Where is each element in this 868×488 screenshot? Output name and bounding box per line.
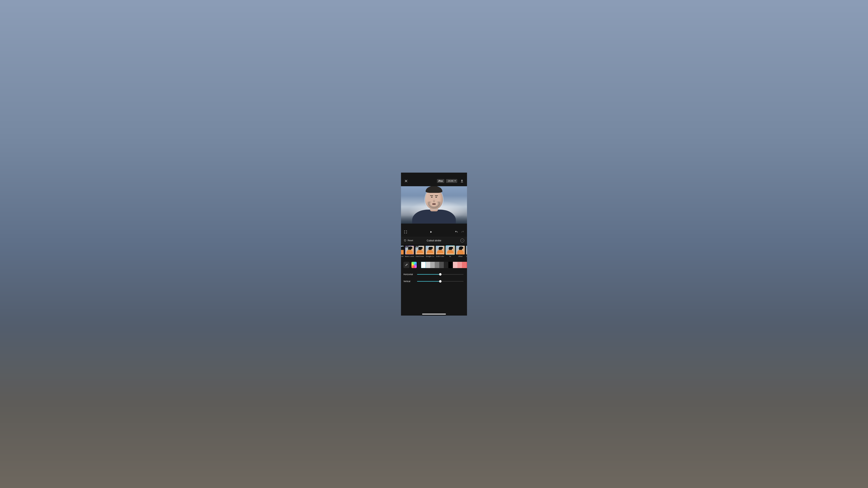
pro-badge[interactable]: Pro bbox=[437, 179, 444, 183]
close-button[interactable] bbox=[404, 179, 408, 183]
color-swatch[interactable] bbox=[453, 262, 457, 268]
preset-solid-color[interactable]: Solid Color bbox=[436, 246, 444, 257]
redo-button bbox=[461, 230, 464, 234]
slider-knob[interactable] bbox=[439, 273, 441, 275]
preview-subject bbox=[411, 190, 457, 224]
home-indicator[interactable] bbox=[422, 314, 446, 315]
panel-title: Cutout stroke bbox=[427, 239, 441, 242]
color-swatch[interactable] bbox=[439, 262, 444, 268]
color-swatch[interactable] bbox=[430, 262, 435, 268]
preset-label: trok bbox=[401, 255, 403, 257]
preset-hand-drawn[interactable]: ProHand Draw bbox=[415, 246, 424, 257]
preset-label: Basic Lumin bbox=[405, 255, 414, 257]
color-row bbox=[401, 259, 467, 271]
horizontal-slider-row: Horizontal bbox=[401, 271, 467, 278]
chevron-down-icon bbox=[455, 181, 456, 181]
app-frame: Pro 2K/4K bbox=[401, 173, 467, 316]
preset-strip[interactable]: trokProBasic LuminProHand DrawStraight C… bbox=[401, 244, 467, 259]
horizontal-label: Horizontal bbox=[403, 273, 414, 275]
color-swatch[interactable] bbox=[435, 262, 439, 268]
resolution-label: 2K/4K bbox=[448, 180, 454, 182]
reset-label: Reset bbox=[408, 239, 413, 242]
color-swatches bbox=[421, 262, 467, 268]
vertical-slider[interactable] bbox=[417, 280, 464, 283]
horizontal-slider[interactable] bbox=[417, 272, 464, 276]
fullscreen-icon bbox=[404, 230, 407, 234]
resolution-selector[interactable]: 2K/4K bbox=[446, 179, 457, 183]
export-button[interactable] bbox=[460, 179, 464, 183]
upload-icon bbox=[460, 179, 464, 183]
chevron-down-icon bbox=[461, 240, 463, 241]
preset-label: Dotted Stro bbox=[466, 255, 467, 257]
preset-label: Offset bbox=[458, 255, 462, 257]
color-swatch[interactable] bbox=[444, 262, 448, 268]
color-swatch[interactable] bbox=[448, 262, 453, 268]
redo-icon bbox=[461, 230, 464, 234]
preset-label: Straight Cu bbox=[426, 255, 434, 257]
undo-button[interactable] bbox=[455, 230, 458, 234]
pro-mini-badge: Pro bbox=[415, 246, 418, 247]
top-bar: Pro 2K/4K bbox=[401, 176, 467, 186]
preset-straight-cut[interactable]: Straight Cu bbox=[426, 246, 434, 257]
undo-icon bbox=[455, 230, 458, 234]
preset-label: Solid Color bbox=[436, 255, 444, 257]
eyedropper-button[interactable] bbox=[403, 262, 409, 268]
pro-mini-badge: Pro bbox=[405, 246, 408, 248]
color-swatch[interactable] bbox=[462, 262, 466, 268]
color-swatch[interactable] bbox=[426, 262, 430, 268]
close-icon bbox=[404, 179, 408, 183]
transport-bar bbox=[401, 227, 467, 237]
panel-header: Reset Cutout stroke bbox=[401, 237, 467, 244]
color-swatch[interactable] bbox=[466, 262, 467, 268]
preset-stroke-partial[interactable]: trok bbox=[401, 246, 404, 257]
preset-offset[interactable]: Offset bbox=[456, 246, 465, 257]
color-swatch[interactable] bbox=[457, 262, 462, 268]
reset-button[interactable]: Reset bbox=[404, 239, 413, 242]
vertical-label: Vertical bbox=[403, 280, 414, 283]
play-icon bbox=[430, 230, 433, 233]
color-picker-button[interactable] bbox=[411, 262, 417, 268]
reset-icon bbox=[404, 239, 406, 242]
preset-label: ke bbox=[450, 255, 451, 257]
slider-knob[interactable] bbox=[439, 280, 441, 283]
preset-label: Hand Draw bbox=[416, 255, 424, 257]
video-preview[interactable] bbox=[401, 186, 467, 224]
preset-ke[interactable]: ke bbox=[446, 246, 455, 257]
play-button[interactable] bbox=[430, 230, 433, 233]
collapse-panel-button[interactable] bbox=[460, 238, 464, 242]
color-swatch[interactable] bbox=[421, 262, 426, 268]
eyedropper-icon bbox=[405, 263, 408, 266]
fullscreen-button[interactable] bbox=[404, 230, 407, 234]
preset-basic-luminous[interactable]: ProBasic Lumin bbox=[405, 246, 414, 257]
vertical-slider-row: Vertical bbox=[401, 278, 467, 285]
preset-dotted-stroke[interactable]: Dotted Stro bbox=[466, 246, 467, 257]
